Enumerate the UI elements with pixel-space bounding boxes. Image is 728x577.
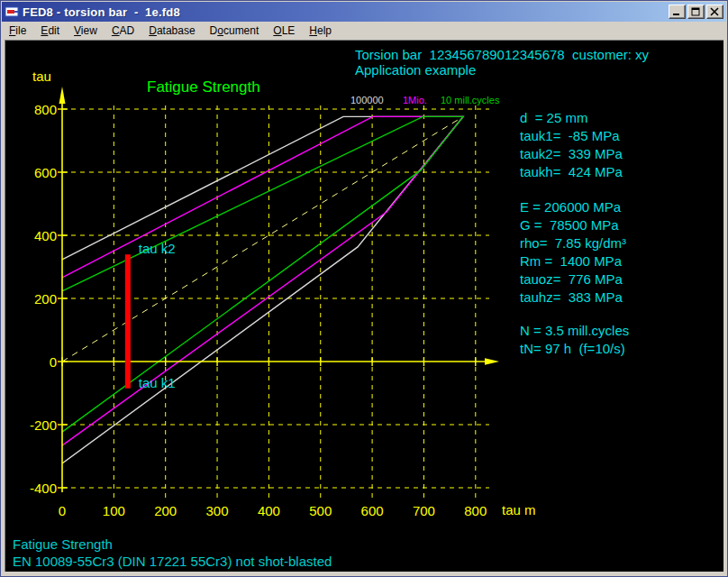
project-header-line1: Torsion bar 123456789012345678 customer:… [355,48,649,63]
x-tick-label: 600 [347,503,397,518]
menu-item-help[interactable]: Help [302,23,339,39]
material-tauoz: tauoz= 776 MPa [520,271,623,287]
tau-k2-marker-label: tau k2 [139,242,176,257]
x-tick-label: 500 [296,503,346,518]
series-line-0 [62,116,463,463]
y-axis-arrow [59,87,66,104]
menu-item-cad[interactable]: CAD [105,23,141,39]
result-diameter: d = 25 mm [520,110,587,125]
x-tick-label: 100 [88,503,139,518]
close-icon [710,7,720,16]
y-tick-label: 200 [14,291,57,307]
maximize-button[interactable] [687,5,705,19]
x-axis-label: tau m [502,503,536,518]
y-tick-label: 600 [14,165,57,180]
menu-item-database[interactable]: Database [141,23,202,39]
material-rm: Rm = 1400 MPa [520,253,622,269]
maximize-icon [691,7,701,16]
x-tick-label: 300 [192,503,242,518]
tau-k1-marker-label: tau k1 [139,376,176,391]
menubar: File Edit View CAD Database Document OLE… [2,22,726,40]
menu-item-view[interactable]: View [67,23,105,39]
result-tauk1: tauk1= -85 MPa [520,128,619,143]
close-button[interactable] [706,5,723,19]
app-window: FED8 - torsion bar - 1e.fd8 File Edit Vi… [0,0,728,577]
material-g-modulus: G = 78500 MPa [520,217,619,233]
plot-area: tau tau m Fatigue Strength Torsion bar 1… [5,40,723,572]
chart-title: Fatigue Strength [147,79,260,96]
material-e-modulus: E = 206000 MPa [520,199,621,215]
x-axis-arrow [485,358,499,365]
result-taukh: taukh= 424 MPa [520,164,623,179]
material-density: rho= 7.85 kg/dm³ [520,235,626,251]
x-tick-label: 400 [243,503,294,518]
window-title: FED8 - torsion bar - 1e.fd8 [23,5,669,19]
menu-item-document[interactable]: Document [203,23,267,39]
footer-calc-mode: Fatigue Strength [13,537,113,553]
result-lifetime: tN= 97 h (f=10/s) [520,341,625,356]
project-header-line2: Application example [355,63,476,78]
result-cycles: N = 3.5 mill.cycles [520,323,629,338]
result-tauk2: tauk2= 339 MPa [520,146,623,161]
legend-100000-cycles: 100000 [350,95,384,105]
minimize-icon [672,7,682,16]
x-tick-label: 700 [398,503,449,518]
chart-canvas: tau tau m Fatigue Strength Torsion bar 1… [5,40,723,572]
y-axis-label: tau [32,69,51,85]
x-tick-label: 0 [37,503,87,518]
series-line-2 [62,116,463,432]
menu-item-edit[interactable]: Edit [33,23,67,39]
fatigue-diagram-svg [5,40,723,572]
series-line-1 [62,116,463,445]
titlebar[interactable]: FED8 - torsion bar - 1e.fd8 [2,2,726,22]
x-tick-label: 200 [141,503,191,518]
y-tick-label: -400 [14,481,57,496]
app-icon[interactable] [5,5,19,19]
legend-1mio-cycles: 1Mio. [403,95,427,105]
material-tauhz: tauhz= 383 MPa [520,289,623,305]
y-tick-label: 400 [14,228,57,243]
footer-material: EN 10089-55Cr3 (DIN 17221 55Cr3) not sho… [13,554,332,570]
legend-10mill-cycles: 10 mill.cycles [441,95,499,105]
window-controls [669,5,723,19]
minimize-button[interactable] [669,5,686,19]
y-tick-label: 0 [14,354,57,370]
menu-item-ole[interactable]: OLE [266,23,302,39]
menu-item-file[interactable]: File [2,23,33,39]
mean-stress-45deg-line [62,116,463,362]
y-tick-label: -200 [14,417,57,433]
y-tick-label: 800 [14,102,57,117]
x-tick-label: 800 [450,503,501,518]
